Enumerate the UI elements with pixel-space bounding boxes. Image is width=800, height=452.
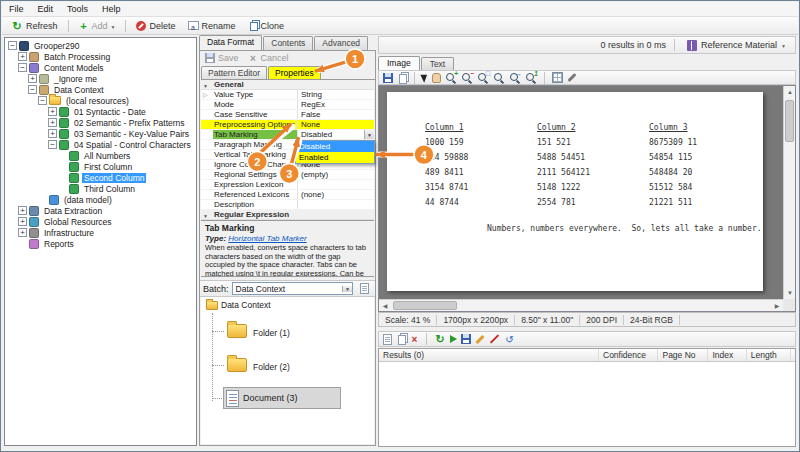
remove-highlight-icon[interactable] (490, 334, 499, 343)
results-table[interactable]: Results (0) Confidence Page No Index Len… (378, 348, 796, 447)
thumbnails-icon[interactable] (552, 72, 563, 83)
collapse-icon[interactable] (28, 85, 37, 94)
collapse-icon[interactable] (8, 41, 17, 50)
tree-item-ignore-me[interactable]: _Ignore me (5, 73, 196, 84)
collapse-icon[interactable] (18, 63, 27, 72)
dropdown-button[interactable] (342, 286, 352, 292)
dropdown-button[interactable] (364, 130, 374, 139)
expand-icon[interactable] (18, 52, 27, 61)
tab-text[interactable]: Text (421, 57, 455, 70)
batch-combobox[interactable]: Data Context (232, 282, 353, 295)
collapse-icon[interactable] (48, 140, 57, 149)
folder-icon[interactable] (227, 324, 247, 338)
rename-button[interactable]: Rename (183, 20, 241, 32)
property-row-value-type[interactable]: Value TypeString (201, 90, 374, 100)
copy-image-icon[interactable] (399, 74, 407, 84)
expand-icon[interactable] (18, 228, 27, 237)
property-row-mode[interactable]: ModeRegEx (201, 100, 374, 110)
tree-item-third-column[interactable]: Third Column (5, 183, 196, 194)
property-row-case-sensitive[interactable]: Case SensitiveFalse (201, 110, 374, 120)
expand-icon[interactable] (28, 74, 37, 83)
property-row-regional-settings[interactable]: Regional Settings(empty) (201, 170, 374, 180)
scrollbar-thumb[interactable] (393, 301, 457, 310)
menu-edit[interactable]: Edit (31, 4, 61, 14)
tree-item-04-spatial-control[interactable]: 04 Spatial - Control Characters (5, 139, 196, 150)
batch-document-3[interactable]: Document (3) (223, 387, 341, 409)
help-type-link[interactable]: Horizontal Tab Marker (228, 234, 306, 243)
zoom-window-icon[interactable]: □ (477, 72, 489, 84)
tree-item-data-context[interactable]: Data Context (5, 84, 196, 95)
select-tool-icon[interactable] (420, 72, 429, 83)
reference-material-button[interactable]: Reference Material (683, 39, 790, 52)
column-confidence[interactable]: Confidence (599, 349, 658, 361)
expand-icon[interactable] (201, 90, 213, 99)
menu-file[interactable]: File (2, 4, 31, 14)
save-results-icon[interactable] (461, 334, 471, 344)
dropdown-option-enabled[interactable]: Enabled (296, 152, 374, 163)
tree-item-all-numbers[interactable]: All Numbers (5, 150, 196, 161)
pan-tool-icon[interactable] (432, 73, 441, 83)
delete-button[interactable]: Delete (131, 20, 180, 32)
actual-size-icon[interactable]: 1 (525, 72, 537, 84)
category-general[interactable]: General (201, 80, 374, 90)
tab-data-format[interactable]: Data Format (199, 35, 262, 50)
tree-item-02-semantic-prefix[interactable]: 02 Semantic - Prefix Patterns (5, 117, 196, 128)
expand-icon[interactable] (18, 206, 27, 215)
scrollbar-thumb[interactable] (785, 100, 794, 142)
property-row-expression-lexicon[interactable]: Expression Lexicon (201, 180, 374, 190)
menu-help[interactable]: Help (95, 4, 128, 14)
undo-icon[interactable] (504, 334, 515, 345)
tree-item-01-syntactic-date[interactable]: 01 Syntactic - Date (5, 106, 196, 117)
zoom-width-icon[interactable]: ↔ (509, 72, 521, 84)
column-results[interactable]: Results (0) (379, 349, 599, 361)
expand-icon[interactable] (48, 118, 57, 127)
tree-item-first-column[interactable]: First Column (5, 161, 196, 172)
property-row-description[interactable]: Description (201, 200, 374, 210)
vertical-scrollbar[interactable]: ▲▼ (783, 86, 795, 299)
edit-result-icon[interactable] (475, 334, 484, 343)
tab-image[interactable]: Image (378, 56, 420, 70)
property-row-referenced-lexicons[interactable]: Referenced Lexicons(none) (201, 190, 374, 200)
tab-advanced[interactable]: Advanced (314, 36, 368, 50)
image-viewer[interactable]: Column 1Column 2Column 3 1000 159151 521… (378, 85, 796, 312)
property-row-tab-marking[interactable]: Tab MarkingDisabled (201, 130, 374, 140)
tree-item-global-resources[interactable]: Global Resources (5, 216, 196, 227)
save-button[interactable]: Save (205, 53, 239, 63)
run-test-icon[interactable] (450, 335, 457, 343)
batch-folder-1[interactable]: Folder (1) (253, 328, 290, 338)
tree-item-grooper290[interactable]: Grooper290 (5, 40, 196, 51)
tree-item-local-resources[interactable]: (local resources) (5, 95, 196, 106)
column-length[interactable]: Length (747, 349, 791, 361)
tab-marking-combobox[interactable]: Disabled (297, 130, 374, 139)
zoom-fit-icon[interactable] (493, 72, 505, 84)
clear-results-icon[interactable] (410, 335, 419, 344)
document-page[interactable]: Column 1Column 2Column 3 1000 159151 521… (387, 92, 763, 291)
column-page-no[interactable]: Page No (658, 349, 708, 361)
dropdown-option-disabled[interactable]: Disabled (296, 141, 374, 152)
batch-options-button[interactable] (356, 282, 372, 296)
menu-tools[interactable]: Tools (60, 4, 95, 14)
add-button[interactable]: Add (74, 20, 121, 32)
zoom-in-icon[interactable]: + (445, 72, 457, 84)
batch-folder-2[interactable]: Folder (2) (253, 362, 290, 372)
property-row-preprocessing-options[interactable]: Preprocessing OptionsNone (201, 120, 374, 130)
expand-icon[interactable] (18, 217, 27, 226)
tab-contents[interactable]: Contents (263, 36, 313, 50)
clone-button[interactable]: Clone (243, 19, 290, 32)
tree-item-03-semantic-keyvalue[interactable]: 03 Semantic - Key-Value Pairs (5, 128, 196, 139)
tree-item-data-model[interactable]: (data model) (5, 194, 196, 205)
tab-pattern-editor[interactable]: Pattern Editor (201, 66, 267, 79)
collapse-icon[interactable] (38, 96, 47, 105)
tree-item-content-models[interactable]: Content Models (5, 62, 196, 73)
tab-properties[interactable]: Properties (268, 66, 321, 79)
image-settings-icon[interactable] (567, 73, 576, 82)
tree-item-reports[interactable]: Reports (5, 238, 196, 249)
tree-item-data-extraction[interactable]: Data Extraction (5, 205, 196, 216)
column-index[interactable]: Index (708, 349, 746, 361)
tree-item-batch-processing[interactable]: Batch Processing (5, 51, 196, 62)
zoom-out-icon[interactable]: − (461, 72, 473, 84)
new-result-icon[interactable] (383, 334, 392, 345)
copy-results-icon[interactable] (398, 335, 406, 345)
tree-item-infrastructure[interactable]: Infrastructure (5, 227, 196, 238)
expand-icon[interactable] (48, 129, 57, 138)
